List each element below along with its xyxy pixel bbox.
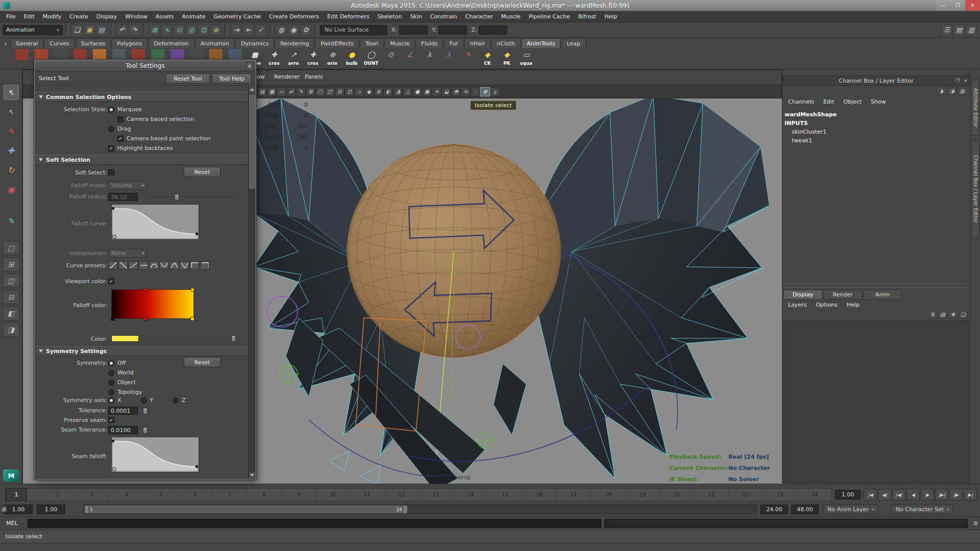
status-separator[interactable] — [270, 24, 273, 36]
film-gate-icon[interactable]: ▢ — [315, 87, 325, 96]
menu-item[interactable]: Pipeline Cache — [525, 11, 574, 22]
use-all-lights-icon[interactable]: ☀ — [432, 87, 442, 96]
menu-item[interactable]: Modify — [39, 11, 65, 22]
status-separator[interactable] — [110, 24, 113, 36]
close-button[interactable]: × — [965, 0, 980, 11]
menu-item[interactable]: Constrain — [426, 11, 461, 22]
frame-tick[interactable]: 5 — [143, 489, 178, 500]
status-separator[interactable] — [225, 24, 228, 36]
status-separator[interactable] — [314, 24, 317, 36]
shaded-icon[interactable]: ● — [412, 87, 422, 96]
attribute-editor-vertical-tab[interactable]: Attribute Editor — [971, 80, 979, 136]
shelf-tab[interactable]: PaintEffects — [315, 38, 359, 48]
frame-tick[interactable]: 9 — [281, 489, 315, 500]
menu-item[interactable]: Edit Deformers — [323, 11, 374, 22]
hyperbolic-manip-icon[interactable]: ◍ — [958, 87, 967, 95]
mel-label[interactable]: MEL — [4, 519, 24, 528]
step-forward-frame-button[interactable]: |▶ — [949, 489, 963, 500]
shelf-item-ck[interactable]: ◆ CK — [478, 48, 497, 68]
soft-selection-section[interactable]: Soft Selection — [36, 155, 249, 165]
frame-tick[interactable]: 8 — [247, 489, 281, 500]
ramp-key-black[interactable] — [111, 317, 115, 321]
last-used-tool[interactable]: ✎ — [4, 213, 19, 229]
rotate-tool[interactable]: ↻ — [4, 162, 19, 178]
menu-item[interactable]: Bifrost — [574, 11, 601, 22]
menu-item[interactable]: Skeleton — [374, 11, 406, 22]
ramp-marker-red[interactable] — [143, 288, 148, 292]
shelf-tab[interactable]: Toon — [360, 38, 384, 48]
ramp-key-yellow[interactable] — [190, 317, 194, 321]
frame-tick[interactable]: 20 — [659, 489, 694, 500]
exposure-icon[interactable]: γ — [490, 87, 500, 96]
frame-tick[interactable]: 13 — [419, 489, 453, 500]
layer-editor-menu[interactable]: Help — [842, 300, 864, 310]
shelf-tab[interactable]: Curves — [44, 38, 75, 48]
ward-sphere-mesh[interactable] — [347, 144, 560, 358]
highlight-backfaces-checkbox[interactable]: Highlight backfaces — [108, 144, 210, 153]
close-panel-icon[interactable]: × — [961, 77, 969, 85]
preset-step-up[interactable] — [190, 261, 199, 269]
gate-mask-icon[interactable]: ⊟ — [335, 87, 345, 96]
lasso-select-tool[interactable]: ↖ — [4, 104, 19, 119]
shelf-item-ik-handle[interactable]: ∠ — [400, 48, 420, 68]
shelf-tab[interactable]: General — [10, 38, 43, 48]
layer-editor-tab[interactable]: Display — [783, 290, 822, 299]
ao-icon[interactable]: ◓ — [451, 87, 461, 96]
common-selection-options-section[interactable]: Common Selection Options — [36, 92, 249, 102]
falloff-mode-dropdown[interactable]: Volume — [108, 181, 147, 190]
falloff-curve-widget[interactable] — [111, 204, 199, 240]
color-slider[interactable] — [144, 338, 236, 339]
layout-four-pane-button[interactable]: ⊞ — [3, 257, 20, 271]
seam-tolerance-slider[interactable] — [143, 430, 148, 431]
medium-manip-icon[interactable]: ◑ — [947, 87, 957, 95]
ramp-marker-yellow[interactable] — [190, 288, 194, 292]
channel-box-menu[interactable]: Show — [866, 97, 891, 107]
paint-select-tool[interactable]: ✎ — [4, 123, 19, 139]
safe-title-icon[interactable]: ◆ — [364, 87, 374, 96]
sidebar-attr-editor-icon[interactable]: ▤ — [953, 24, 965, 36]
layout-two-pane-stacked-button[interactable]: ⊟ — [3, 290, 20, 304]
render-current-frame-icon[interactable]: ◍ — [276, 24, 287, 36]
animation-end-field[interactable]: 48.00 — [791, 505, 819, 514]
channel-box-header[interactable]: Channel Box / Layer Editor ❐× — [782, 76, 970, 86]
preset-vee[interactable] — [180, 261, 189, 269]
drag-radio[interactable]: Drag — [108, 124, 210, 133]
channel-box-menu[interactable]: Object — [839, 97, 866, 107]
snap-view-plane-icon[interactable]: ⊡ — [198, 24, 209, 36]
undo-icon[interactable]: ↶ — [116, 24, 128, 36]
frame-tick[interactable]: 10 — [315, 489, 350, 500]
open-scene-icon[interactable]: ▣ — [84, 24, 95, 36]
shelf-item-bulb[interactable]: ● bulb — [342, 48, 361, 68]
go-to-start-button[interactable]: |◀ — [864, 489, 877, 500]
motion-blur-icon[interactable]: ≋ — [461, 87, 471, 96]
shelf-tab[interactable]: Leap — [561, 38, 585, 48]
frame-tick[interactable]: 23 — [763, 489, 797, 500]
seam-tolerance-field[interactable]: 0.0100 — [108, 426, 138, 434]
falloff-radius-slider[interactable] — [148, 197, 236, 198]
frame-tick[interactable]: 11 — [350, 489, 384, 500]
character-set-dropdown[interactable]: No Character Set — [891, 505, 953, 514]
tool-settings-panel[interactable]: Tool Settings × Select Tool Reset Tool T… — [34, 60, 256, 480]
outputs-from-selected-icon[interactable]: ⇤ — [243, 24, 254, 36]
viewport-color-checkbox[interactable] — [108, 278, 114, 284]
script-editor-icon[interactable]: ≣ — [973, 520, 978, 527]
shelf-tab[interactable]: Fur — [444, 38, 463, 48]
shelf-tab[interactable]: nCloth — [491, 38, 521, 48]
snap-grid-icon[interactable]: ⊞ — [149, 24, 160, 36]
channel-box-node[interactable]: tweak1 — [785, 136, 968, 145]
construction-history-icon[interactable]: ✓ — [255, 24, 266, 36]
layer-sort-icon[interactable]: ⇅ — [928, 310, 937, 318]
menu-item[interactable]: Muscle — [497, 11, 525, 22]
joints-xray-icon[interactable]: ◑ — [393, 87, 403, 96]
shelf-item-arrow[interactable]: ↗ arro — [284, 48, 303, 68]
camera-attributes-icon[interactable]: ▤ — [257, 87, 267, 96]
shelf-tab[interactable]: Muscle — [384, 38, 415, 48]
channel-box-menu[interactable]: Channels — [783, 97, 819, 107]
scrollbar-thumb[interactable] — [249, 94, 255, 189]
camera-based-paint-selection-checkbox[interactable]: Camera based paint selection — [117, 134, 210, 143]
status-separator[interactable] — [143, 24, 146, 36]
inputs-to-selected-icon[interactable]: ⇥ — [231, 24, 242, 36]
time-slider[interactable]: 123456789101112131415161718192021222324 … — [0, 488, 980, 502]
layer-list[interactable] — [783, 320, 969, 483]
channel-box-node[interactable]: wardMeshShape — [785, 110, 968, 119]
